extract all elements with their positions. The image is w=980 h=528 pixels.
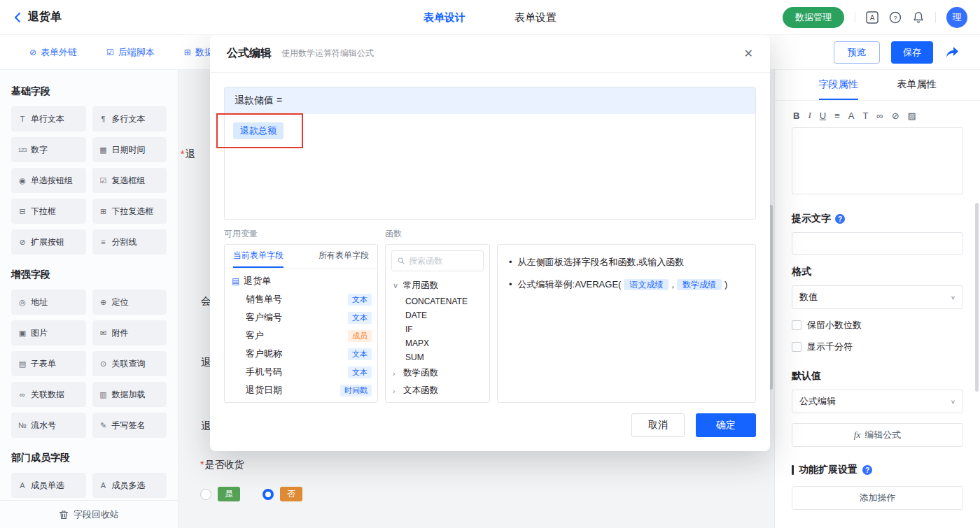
field-multiselect[interactable]: ⊞下拉复选框 xyxy=(92,199,167,224)
preview-button[interactable]: 预览 xyxy=(834,41,880,64)
save-button[interactable]: 保存 xyxy=(891,41,933,64)
field-multiline-text[interactable]: ¶多行文本 xyxy=(92,106,167,131)
cancel-button[interactable]: 取消 xyxy=(631,413,685,437)
field-title-editor[interactable] xyxy=(792,127,963,194)
tab-current-form-fields[interactable]: 当前表单字段 xyxy=(233,245,284,268)
tab-form-properties[interactable]: 表单属性 xyxy=(897,70,937,100)
formula-target: 退款储值 = xyxy=(225,87,755,114)
variable-row[interactable]: 手机号码文本 xyxy=(225,363,377,381)
field-member-single[interactable]: A成员单选 xyxy=(11,473,86,498)
field-radio-group[interactable]: ◉单选按钮组 xyxy=(11,168,86,193)
field-address[interactable]: ◎地址 xyxy=(11,290,86,315)
formula-content[interactable]: 退款总额 xyxy=(225,114,755,220)
translate-icon[interactable]: A xyxy=(866,11,878,24)
field-linked-query[interactable]: ⊙关联查询 xyxy=(92,351,167,376)
variable-row[interactable]: 销售单号文本 xyxy=(225,290,377,308)
add-action-button[interactable]: 添加操作 xyxy=(792,486,963,510)
help-icon[interactable]: ? xyxy=(862,465,872,475)
variable-name: 客户 xyxy=(246,329,264,342)
option-yes-chip[interactable]: 是 xyxy=(218,487,240,501)
panel-scrollbar[interactable] xyxy=(975,203,979,392)
field-divider[interactable]: ≡分割线 xyxy=(92,229,167,255)
variable-row[interactable]: 客户昵称文本 xyxy=(225,345,377,363)
italic-icon[interactable]: I xyxy=(808,110,811,121)
align-icon[interactable]: ≡ xyxy=(834,110,840,121)
help-icon[interactable]: ? xyxy=(835,214,845,224)
data-manage-button[interactable]: 数据管理 xyxy=(783,7,844,28)
link-icon[interactable]: ∞ xyxy=(876,110,883,121)
group-common-functions[interactable]: ∨ 常用函数 xyxy=(386,277,489,294)
field-serial-number[interactable]: №流水号 xyxy=(11,413,86,438)
tab-field-properties[interactable]: 字段属性 xyxy=(819,70,858,100)
form-tree-node[interactable]: ▤ 退货单 xyxy=(225,272,377,290)
modal-header: 公式编辑 使用数学运算符编辑公式 ✕ xyxy=(210,35,770,73)
function-item-if[interactable]: IF xyxy=(386,322,489,336)
field-checkbox-group[interactable]: ☑复选框组 xyxy=(92,168,167,193)
tab-form-design[interactable]: 表单设计 xyxy=(424,11,465,24)
group-text-functions[interactable]: › 文本函数 xyxy=(386,382,489,399)
field-label-peek: *退 xyxy=(181,148,195,161)
function-item-date[interactable]: DATE xyxy=(386,308,489,322)
font-color-icon[interactable]: A xyxy=(848,110,855,121)
function-item-concatenate[interactable]: CONCATENATE xyxy=(386,294,489,308)
back-button[interactable] xyxy=(14,12,21,23)
field-datetime[interactable]: ▦日期时间 xyxy=(92,137,167,162)
function-search[interactable] xyxy=(391,250,484,271)
tab-form-settings[interactable]: 表单设置 xyxy=(514,11,556,24)
field-data-load[interactable]: ▥数据加载 xyxy=(92,382,167,407)
confirm-button[interactable]: 确定 xyxy=(696,413,756,437)
field-select[interactable]: ⊟下拉框 xyxy=(11,199,86,224)
close-icon[interactable]: ✕ xyxy=(744,47,753,60)
default-value-label: 默认值 xyxy=(792,370,821,383)
formula-field-chip[interactable]: 退款总额 xyxy=(233,122,284,139)
bell-icon[interactable] xyxy=(912,11,925,24)
field-signature[interactable]: ✎手写签名 xyxy=(92,413,167,438)
field-label-peek: 退 xyxy=(200,357,211,369)
decimal-checkbox[interactable]: 保留小数位数 xyxy=(792,319,963,331)
default-value-select[interactable]: 公式编辑 ∨ xyxy=(792,390,963,413)
underline-icon[interactable]: U xyxy=(820,110,826,121)
field-label: 定位 xyxy=(112,297,129,308)
checkbox-icon xyxy=(792,342,802,352)
variable-row[interactable]: 客户编号文本 xyxy=(225,308,377,327)
field-location[interactable]: ⊕定位 xyxy=(92,290,167,315)
field-single-line-text[interactable]: T单行文本 xyxy=(11,106,86,131)
field-linked-data[interactable]: ∞关联数据 xyxy=(11,382,86,407)
edit-formula-button[interactable]: fx 编辑公式 xyxy=(792,423,963,447)
formula-input-area[interactable]: 退款储值 = 退款总额 xyxy=(224,87,756,220)
field-extend-button[interactable]: ⊘扩展按钮 xyxy=(11,229,86,255)
backend-script-button[interactable]: ☑ 后端脚本 xyxy=(106,46,155,59)
property-tabs: 字段属性 表单属性 xyxy=(775,70,980,101)
field-image[interactable]: ▣图片 xyxy=(11,320,86,345)
radio-yes[interactable] xyxy=(200,489,211,500)
group-math-functions[interactable]: › 数学函数 xyxy=(386,364,489,382)
function-item-mapx[interactable]: MAPX xyxy=(386,336,489,350)
tab-all-form-fields[interactable]: 所有表单字段 xyxy=(318,245,369,268)
thousand-separator-checkbox[interactable]: 显示千分符 xyxy=(792,341,963,353)
help-icon[interactable]: ? xyxy=(889,11,902,24)
form-external-link-button[interactable]: ⊘ 表单外链 xyxy=(29,46,77,59)
radio-no[interactable] xyxy=(262,489,274,500)
unlink-icon[interactable]: ⊘ xyxy=(892,110,899,121)
function-search-input[interactable] xyxy=(409,256,477,266)
option-no-chip[interactable]: 否 xyxy=(280,487,302,501)
bold-icon[interactable]: B xyxy=(793,110,799,121)
field-number[interactable]: 123数字 xyxy=(11,137,86,162)
avatar[interactable]: 理 xyxy=(946,7,967,28)
chevron-down-icon: ∨ xyxy=(951,399,955,405)
share-icon[interactable] xyxy=(946,46,959,58)
format-select[interactable]: 数值 ∨ xyxy=(792,285,963,309)
field-label-peek: 退 xyxy=(200,420,211,433)
field-member-multi[interactable]: A成员多选 xyxy=(92,473,167,498)
field-subform[interactable]: ▤子表单 xyxy=(11,351,86,376)
field-recycle-bin[interactable]: 字段回收站 xyxy=(0,500,178,528)
variable-type-tag: 文本 xyxy=(348,366,372,378)
font-size-icon[interactable]: T xyxy=(862,110,868,121)
variable-row[interactable]: 退货日期时间戳 xyxy=(225,381,377,399)
hint-text-input[interactable] xyxy=(792,232,963,255)
image-icon[interactable]: ▨ xyxy=(908,110,916,121)
property-panel: 字段属性 表单属性 B I U ≡ A T ∞ ⊘ ▨ 提示文字 ? 格式 数值… xyxy=(774,70,980,528)
field-attachment[interactable]: ✉附件 xyxy=(92,320,167,345)
function-item-sum[interactable]: SUM xyxy=(386,350,489,364)
variable-row[interactable]: 客户成员 xyxy=(225,327,377,345)
